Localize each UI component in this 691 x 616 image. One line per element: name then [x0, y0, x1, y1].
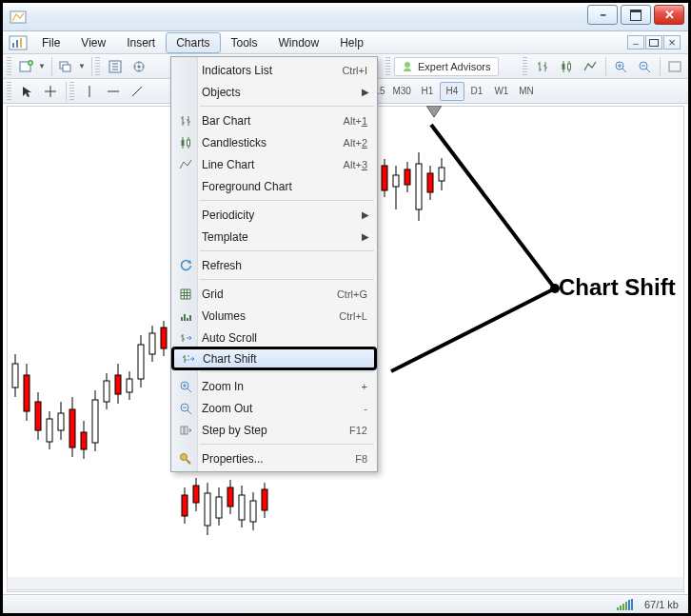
svg-rect-57: [239, 495, 245, 520]
refresh-icon: [177, 257, 194, 274]
mdi-restore-button[interactable]: [645, 35, 662, 50]
menu-insert[interactable]: Insert: [116, 32, 166, 53]
menu-charts[interactable]: Charts: [166, 32, 220, 53]
menu-chart-shift-label: Chart Shift: [203, 352, 257, 366]
bar-chart-button[interactable]: [531, 56, 554, 77]
zoom-out-button[interactable]: [633, 56, 656, 77]
menu-line-chart[interactable]: Line ChartAlt+3: [171, 153, 377, 175]
menu-zoom-in-label: Zoom In: [202, 380, 244, 393]
menu-file[interactable]: File: [31, 32, 70, 53]
shortcut: Ctrl+I: [342, 65, 367, 76]
svg-rect-49: [193, 486, 199, 503]
menu-foreground-chart[interactable]: Foreground Chart: [171, 175, 377, 197]
expert-advisors-button[interactable]: Expert Advisors: [394, 57, 499, 76]
expert-advisors-icon: [401, 60, 414, 73]
cursor-button[interactable]: [15, 81, 38, 102]
extra-button[interactable]: [663, 56, 686, 77]
menu-properties[interactable]: Properties...F8: [171, 447, 377, 469]
trendline-button[interactable]: [126, 81, 148, 102]
svg-rect-55: [227, 487, 233, 507]
shortcut: Alt+1: [344, 115, 367, 127]
profiles-button[interactable]: [55, 56, 78, 77]
menu-step-by-step[interactable]: Step by StepF12: [171, 419, 377, 441]
menu-zoom-out[interactable]: Zoom Out-: [171, 397, 377, 419]
svg-rect-14: [568, 64, 571, 70]
toolbar-grip-3[interactable]: [385, 57, 390, 76]
menu-candlesticks[interactable]: CandlesticksAlt+2: [171, 131, 377, 153]
toolbar-grip-4[interactable]: [523, 57, 527, 76]
menu-view[interactable]: View: [70, 32, 116, 53]
toolbar-grip[interactable]: [7, 57, 11, 76]
menu-indicators-label: Indicators List: [202, 64, 272, 77]
menu-objects[interactable]: Objects▶: [171, 81, 377, 103]
new-chart-dropdown[interactable]: ▼: [37, 62, 47, 70]
menu-volumes[interactable]: VolumesCtrl+L: [171, 305, 377, 327]
mdi-minimize-button[interactable]: [627, 35, 644, 50]
chart-shift-marker[interactable]: [426, 106, 442, 118]
svg-rect-19: [12, 364, 18, 387]
menu-template[interactable]: Template▶: [171, 226, 377, 248]
svg-rect-23: [35, 402, 41, 430]
app-chart-icon: [9, 33, 28, 52]
timeframe-w1[interactable]: W1: [489, 82, 514, 101]
menu-refresh[interactable]: Refresh: [171, 254, 377, 276]
svg-rect-61: [262, 489, 267, 510]
menu-tools[interactable]: Tools: [221, 32, 268, 53]
toolbar-grip-6[interactable]: [69, 82, 74, 101]
menu-periodicity[interactable]: Periodicity▶: [171, 204, 377, 226]
window-minimize-button[interactable]: [587, 5, 618, 25]
menu-indicators-list[interactable]: Indicators ListCtrl+I: [171, 59, 377, 81]
menu-grid[interactable]: GridCtrl+G: [171, 283, 377, 305]
window-close-button[interactable]: [654, 5, 684, 25]
vertical-line-button[interactable]: [78, 81, 101, 102]
timeframe-h1[interactable]: H1: [415, 82, 440, 101]
auto-scroll-icon: [177, 329, 194, 347]
svg-rect-65: [393, 175, 399, 187]
window-maximize-button[interactable]: [621, 5, 651, 25]
menu-zoom-in[interactable]: Zoom In+: [171, 375, 377, 397]
svg-rect-77: [188, 140, 190, 146]
menu-bar-chart-label: Bar Chart: [202, 114, 250, 128]
toolbar-grip-5[interactable]: [7, 82, 11, 101]
menu-help[interactable]: Help: [329, 32, 374, 53]
zoom-out-icon: [177, 400, 194, 417]
timeframe-d1[interactable]: D1: [464, 82, 489, 101]
menu-bar-chart[interactable]: Bar ChartAlt+1: [171, 109, 377, 131]
svg-point-86: [181, 453, 188, 460]
svg-rect-25: [47, 419, 52, 442]
menu-chart-shift[interactable]: Chart Shift: [173, 348, 375, 368]
chart-horizontal-scrollbar[interactable]: [7, 577, 684, 590]
horizontal-line-button[interactable]: [102, 81, 125, 102]
svg-point-11: [138, 65, 141, 68]
menu-fg-label: Foreground Chart: [202, 180, 292, 193]
svg-rect-51: [205, 493, 210, 526]
menu-auto-scroll[interactable]: Auto Scroll: [171, 327, 377, 348]
mdi-close-button[interactable]: [663, 35, 681, 50]
shortcut: Alt+2: [344, 137, 367, 149]
toolbar-grip-2[interactable]: [95, 57, 100, 76]
svg-rect-37: [115, 375, 121, 394]
profiles-dropdown[interactable]: ▼: [77, 62, 87, 70]
new-chart-button[interactable]: [15, 56, 38, 77]
timeframe-h4[interactable]: H4: [440, 82, 464, 101]
svg-rect-2: [12, 43, 14, 48]
svg-rect-67: [405, 169, 410, 185]
status-bar: 67/1 kb: [3, 594, 688, 613]
timeframe-m30[interactable]: M30: [388, 82, 414, 101]
crosshair-button[interactable]: [39, 81, 62, 102]
svg-point-12: [405, 62, 410, 68]
app-window: File View Insert Charts Tools Window Hel…: [0, 0, 691, 616]
svg-rect-17: [669, 62, 681, 71]
navigator-button[interactable]: [128, 56, 150, 77]
svg-rect-31: [81, 432, 87, 449]
market-watch-button[interactable]: [104, 56, 127, 77]
grid-icon: [177, 286, 194, 303]
candlestick-button[interactable]: [555, 56, 578, 77]
timeframe-mn[interactable]: MN: [514, 82, 539, 101]
line-chart-button[interactable]: [579, 56, 602, 77]
svg-rect-79: [184, 314, 186, 321]
svg-rect-78: [181, 317, 183, 321]
svg-rect-3: [16, 40, 18, 48]
menu-window[interactable]: Window: [268, 32, 330, 53]
zoom-in-button[interactable]: [609, 56, 632, 77]
